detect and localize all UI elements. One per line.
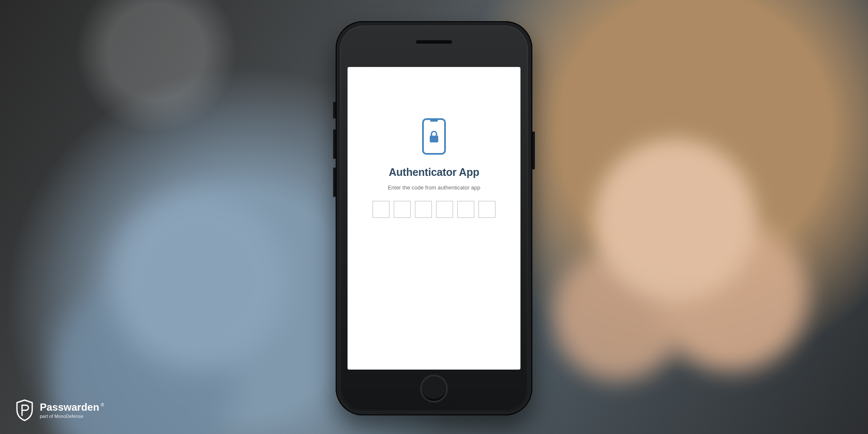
code-cell-6[interactable] bbox=[479, 201, 495, 218]
code-cell-3[interactable] bbox=[415, 201, 432, 218]
svg-rect-2 bbox=[430, 136, 438, 142]
phone-screen: Authenticator App Enter the code from au… bbox=[348, 67, 520, 370]
phone-frame: Authenticator App Enter the code from au… bbox=[336, 21, 532, 415]
registered-mark: ® bbox=[101, 403, 104, 407]
brand-name-row: Passwarden ® bbox=[40, 402, 104, 413]
brand-subtitle: part of MonoDefense bbox=[40, 414, 104, 419]
background-blur-jeans bbox=[51, 146, 348, 434]
brand-text: Passwarden ® part of MonoDefense bbox=[40, 402, 104, 419]
auth-subtitle: Enter the code from authenticator app bbox=[388, 184, 480, 191]
brand-watermark: Passwarden ® part of MonoDefense bbox=[15, 399, 104, 421]
code-input-row bbox=[373, 201, 495, 218]
phone-power-button bbox=[532, 131, 535, 170]
auth-title: Authenticator App bbox=[389, 166, 479, 178]
phone-volume-up bbox=[333, 129, 336, 159]
code-cell-2[interactable] bbox=[394, 201, 411, 218]
phone-speaker bbox=[416, 40, 452, 44]
brand-name: Passwarden bbox=[40, 402, 99, 413]
code-cell-4[interactable] bbox=[436, 201, 453, 218]
code-cell-1[interactable] bbox=[373, 201, 389, 218]
promo-scene: Authenticator App Enter the code from au… bbox=[0, 0, 868, 434]
phone-mute-switch bbox=[333, 102, 336, 119]
code-cell-5[interactable] bbox=[457, 201, 474, 218]
svg-rect-1 bbox=[430, 119, 438, 122]
phone-home-button bbox=[420, 375, 448, 403]
phone-volume-down bbox=[333, 167, 336, 197]
phone-lock-icon bbox=[422, 118, 446, 155]
shield-p-icon bbox=[15, 399, 34, 421]
